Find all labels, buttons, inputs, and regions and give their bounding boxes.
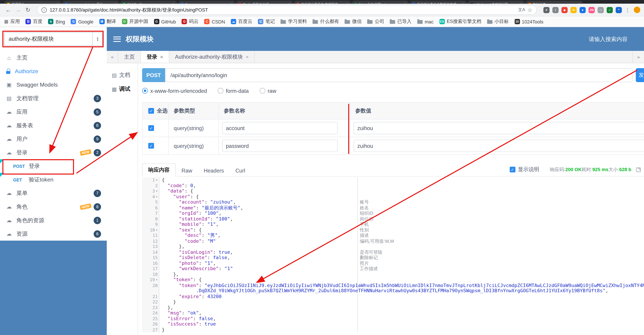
browser-tab[interactable]: 微秒反馈: [525, 1, 583, 4]
response-tab[interactable]: Curl: [230, 165, 251, 176]
browser-menu-icon[interactable]: [625, 7, 630, 13]
bookmark-item[interactable]: b Bing: [48, 19, 65, 24]
collapse-tabs-right-icon[interactable]: [632, 51, 644, 63]
bookmark-item[interactable]: 译 翻译: [99, 18, 116, 25]
response-tab[interactable]: Headers: [198, 165, 230, 176]
extension-icon[interactable]: JSi: [589, 7, 595, 13]
collapse-tabs-left-icon[interactable]: [107, 51, 118, 63]
sidebar-item[interactable]: 主页: [0, 51, 107, 64]
browser-tab[interactable]: BAND - Campus: [120, 1, 177, 4]
extension-icon[interactable]: ◆: [562, 7, 568, 13]
extension-icon[interactable]: ●: [580, 7, 586, 13]
sidebar-item[interactable]: Authorize: [0, 64, 107, 78]
back-icon[interactable]: [3, 5, 13, 15]
param-name-input[interactable]: [222, 140, 338, 152]
bookmark-item[interactable]: mac: [417, 19, 434, 24]
bookmark-item[interactable]: O 开源中国: [122, 18, 148, 25]
doc-mode-item[interactable]: 文档: [107, 68, 138, 82]
browser-tab[interactable]: Nacos: [178, 1, 235, 4]
api-group-select[interactable]: authority-权限模块: [4, 32, 103, 46]
show-description-checkbox[interactable]: [510, 167, 515, 172]
browser-tab[interactable]: Nginx反向代理(一): [352, 1, 409, 4]
extension-icon[interactable]: G: [570, 7, 577, 13]
show-description-toggle[interactable]: 显示说明: [510, 166, 539, 173]
browser-tab[interactable]: temporary-Interior 平台: [62, 1, 120, 4]
profile-avatar[interactable]: [633, 6, 641, 14]
extension-icon[interactable]: #: [544, 7, 550, 13]
address-bar[interactable]: 127.0.0.1:8760/api/gate/doc.html#/author…: [37, 5, 537, 15]
translate-icon[interactable]: [518, 7, 525, 12]
bookmark-item[interactable]: 公司: [367, 18, 384, 25]
param-value-input[interactable]: [354, 122, 644, 134]
bookmark-item[interactable]: G Google: [71, 19, 94, 24]
fold-toggle-icon[interactable]: [156, 227, 158, 233]
select-all-checkbox[interactable]: [148, 108, 154, 114]
tab-close-icon[interactable]: [160, 54, 163, 60]
content-type-option[interactable]: raw: [260, 88, 276, 94]
content-tab[interactable]: 主页: [118, 51, 141, 63]
doc-mode-item[interactable]: 调试: [107, 82, 138, 96]
browser-tab[interactable]: 前后端分离后参数提交方式: [410, 1, 467, 4]
sidebar-item[interactable]: 资源 6: [0, 227, 107, 241]
sidebar-item[interactable]: Swagger Models: [0, 78, 107, 92]
bookmark-item[interactable]: C CSDN: [204, 19, 225, 24]
extension-icon[interactable]: *: [616, 7, 622, 13]
row-checkbox[interactable]: [148, 143, 154, 148]
bookmark-item[interactable]: 10 1024Tools: [514, 19, 544, 24]
extension-icon[interactable]: i: [552, 7, 559, 13]
site-info-icon[interactable]: [42, 7, 47, 12]
tab-close-icon[interactable]: [246, 54, 249, 60]
bookmark-item[interactable]: 应用: [4, 18, 20, 25]
fold-toggle-icon[interactable]: [156, 194, 158, 200]
browser-tab[interactable]: 前后端分离开发,数据提交: [294, 1, 351, 4]
sidebar-item[interactable]: 角色 NEW 8: [0, 200, 107, 214]
sidebar-item[interactable]: 用户 9: [0, 132, 107, 146]
header-search-input[interactable]: [559, 36, 628, 42]
browser-tab[interactable]: 管理平台: [4, 1, 62, 4]
tab-close-icon[interactable]: [114, 2, 117, 4]
tab-close-icon[interactable]: [172, 2, 175, 4]
tab-close-icon[interactable]: [404, 2, 406, 4]
bookmark-item[interactable]: ☁ 百度云: [231, 18, 252, 25]
sidebar-item[interactable]: 应用 5: [0, 105, 107, 119]
content-type-option[interactable]: form-data: [218, 88, 249, 94]
bookmark-star-icon[interactable]: [528, 7, 532, 13]
sidebar-item[interactable]: GET 验证token: [0, 173, 107, 186]
tab-close-icon[interactable]: [462, 2, 464, 4]
sidebar-item[interactable]: 角色的资源 1: [0, 214, 107, 227]
bookmark-item[interactable]: 小目标: [487, 18, 508, 25]
fold-toggle-icon[interactable]: [156, 277, 158, 282]
bookmark-item[interactable]: 百 百度: [26, 18, 42, 25]
bookmark-item[interactable]: G GitHub: [154, 19, 176, 24]
bookmark-item[interactable]: 学习资料: [281, 18, 307, 25]
browser-tab[interactable]: Redis 安装与介绍: [236, 1, 293, 4]
content-type-option[interactable]: x-www-form-urlencoded: [142, 88, 207, 94]
extension-icon[interactable]: ✓: [606, 7, 613, 13]
row-checkbox[interactable]: [148, 125, 154, 131]
bookmark-item[interactable]: 记 笔记: [258, 18, 275, 25]
fullscreen-icon[interactable]: [636, 167, 641, 172]
fold-toggle-icon[interactable]: [156, 177, 158, 183]
tab-close-icon[interactable]: [520, 2, 522, 4]
forward-icon[interactable]: [13, 5, 23, 15]
send-button[interactable]: 发: [636, 68, 644, 82]
reload-icon[interactable]: [23, 5, 33, 15]
content-tab[interactable]: 登录: [141, 51, 169, 63]
sidebar-item[interactable]: 文档管理 3: [0, 92, 107, 105]
sidebar-item[interactable]: 菜单 7: [0, 186, 107, 200]
response-tab[interactable]: 响应内容: [142, 163, 176, 176]
content-tab[interactable]: Authorize-authority-权限模块: [169, 51, 255, 63]
param-name-input[interactable]: [222, 122, 338, 134]
tab-close-icon[interactable]: [578, 2, 580, 4]
menu-hamburger-icon[interactable]: [113, 36, 121, 42]
request-url-input[interactable]: [165, 68, 632, 82]
bookmark-item[interactable]: G 码云: [182, 18, 198, 25]
bookmark-item[interactable]: 已导入: [390, 18, 412, 25]
fold-toggle-icon[interactable]: [156, 188, 158, 194]
extension-icon[interactable]: □: [598, 7, 604, 13]
bookmark-item[interactable]: ES ES搜索引擎文档: [439, 18, 481, 25]
tab-close-icon[interactable]: [230, 2, 232, 4]
browser-tab[interactable]: github push失败的问题: [468, 1, 525, 4]
bookmark-item[interactable]: 什么都有: [313, 18, 339, 25]
tab-close-icon[interactable]: [346, 2, 348, 4]
